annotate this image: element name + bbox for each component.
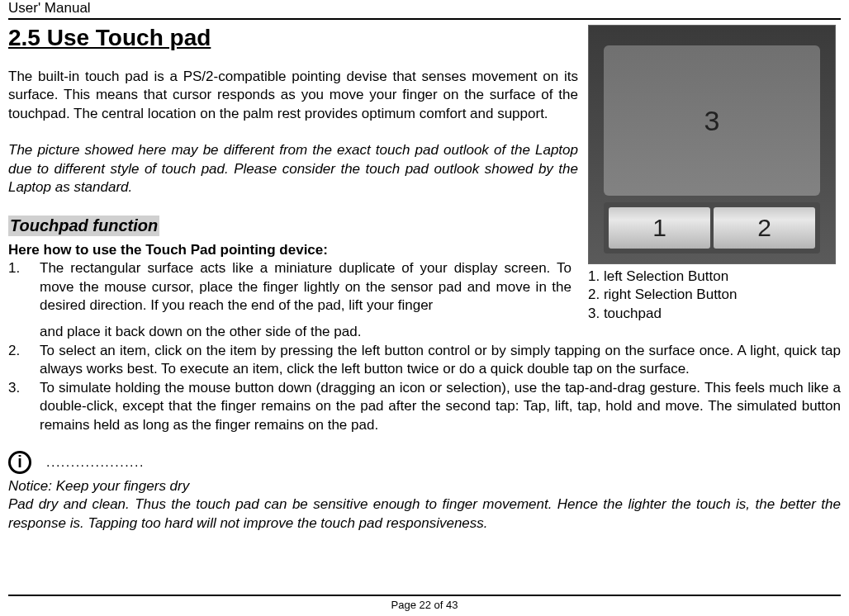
list-spacer	[8, 323, 40, 341]
main-content-column: 2.5 Use Touch pad The built-in touch pad…	[8, 25, 578, 323]
touchpad-diagram: 3 1 2	[588, 25, 836, 264]
label-3: 3	[704, 105, 720, 137]
touchpad-surface: 3	[604, 45, 820, 196]
list-number-2: 2.	[8, 342, 40, 379]
info-icon: i	[8, 451, 31, 474]
list-item-3: 3. To simulate holding the mouse button …	[8, 379, 841, 434]
how-to-heading: Here how to use the Touch Pad pointing d…	[8, 241, 578, 259]
list-text-2: To select an item, click on the item by …	[40, 342, 841, 379]
caption-1: 1. left Selection Button	[588, 268, 841, 286]
italic-note-paragraph: The picture showed here may be different…	[8, 141, 578, 197]
list-item-2: 2. To select an item, click on the item …	[8, 342, 841, 379]
section-title: 2.5 Use Touch pad	[8, 25, 578, 51]
caption-3: 3. touchpad	[588, 305, 841, 323]
image-column: 3 1 2 1. left Selection Button 2. right …	[588, 25, 841, 323]
subsection-title: Touchpad function	[8, 216, 159, 236]
left-button-diagram: 1	[609, 207, 710, 249]
list-text-1a: The rectangular surface acts like a mini…	[40, 259, 572, 315]
notice-dots: ....................	[46, 455, 145, 470]
list-number-3: 3.	[8, 379, 40, 434]
intro-paragraph: The built-in touch pad is a PS/2-compati…	[8, 68, 578, 123]
full-width-content: and place it back down on the other side…	[8, 323, 841, 533]
notice-line-1: Notice: Keep your fingers dry	[8, 477, 841, 495]
touchpad-buttons-row: 1 2	[604, 202, 820, 254]
notice-row: i ....................	[8, 451, 841, 474]
right-button-diagram: 2	[714, 207, 815, 249]
caption-2: 2. right Selection Button	[588, 286, 841, 304]
list-text-1b: and place it back down on the other side…	[40, 323, 841, 341]
page-header: User' Manual	[8, 0, 841, 20]
notice-line-2: Pad dry and clean. Thus the touch pad ca…	[8, 495, 841, 533]
list-item-1-partA: 1. The rectangular surface acts like a m…	[8, 259, 572, 315]
page-footer: Page 22 of 43	[8, 595, 841, 611]
list-item-1-partB: and place it back down on the other side…	[8, 323, 841, 341]
list-text-3: To simulate holding the mouse button dow…	[40, 379, 841, 434]
list-number-1: 1.	[8, 259, 40, 315]
